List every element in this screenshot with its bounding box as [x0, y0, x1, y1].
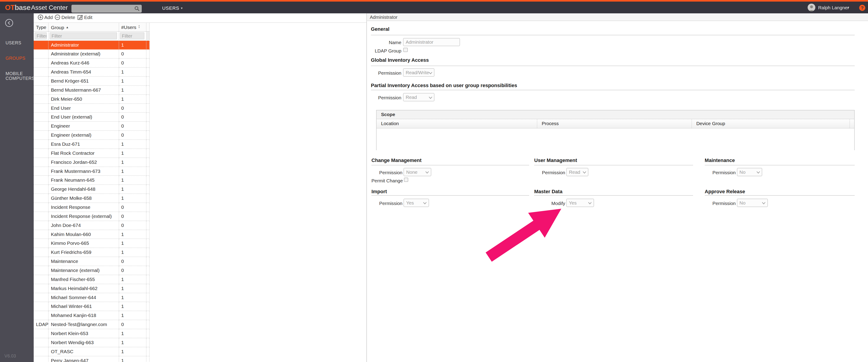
global-permission-label: Permission [367, 71, 401, 76]
type-filter-input[interactable] [35, 32, 47, 39]
group-filter-input[interactable] [50, 32, 117, 39]
import-permission-select[interactable]: Yes [403, 199, 429, 207]
users-filter-input[interactable] [120, 32, 145, 39]
collapse-sidebar-icon[interactable] [5, 19, 13, 27]
divider [371, 90, 855, 90]
user-permission-select[interactable]: Read [566, 168, 588, 176]
table-row[interactable]: Dirk Meier-650 1 [34, 95, 366, 104]
table-row[interactable]: Incident Response (external) 0 [34, 212, 366, 221]
column-header-users[interactable]: #Users▲▼ [119, 23, 147, 32]
add-button[interactable]: Add [38, 15, 53, 22]
table-row[interactable]: End User 0 [34, 104, 366, 113]
help-button[interactable]: ? [859, 5, 865, 11]
ldap-group-checkbox[interactable] [403, 48, 408, 52]
table-row[interactable]: OT_RASC 1 [34, 347, 366, 356]
table-row[interactable]: Perry Jansen-647 1 [34, 356, 366, 362]
approve-permission-select[interactable]: No [737, 199, 768, 207]
table-row[interactable]: Kahim Moulan-660 1 [34, 230, 366, 239]
table-row[interactable]: Bernd Mustermann-667 1 [34, 86, 366, 95]
sidebar-item[interactable]: USERS [0, 40, 31, 46]
table-row[interactable]: Andreas Timm-654 1 [34, 68, 366, 77]
table-row[interactable]: Francisco Jordan-652 1 [34, 158, 366, 167]
cell-users: 1 [119, 140, 147, 149]
table-row[interactable]: Günther Molke-658 1 [34, 194, 366, 203]
caret-down-icon: ▾ [181, 6, 183, 10]
cell-users: 0 [119, 59, 147, 68]
partial-permission-select[interactable]: Read [403, 93, 435, 101]
table-row[interactable]: Mohamed Kanjin-618 1 [34, 311, 366, 320]
table-row[interactable]: George Hendahl-648 1 [34, 185, 366, 194]
cell-group: Incident Response [49, 203, 119, 212]
table-row[interactable]: Michael Winter-661 1 [34, 302, 366, 311]
global-permission-select[interactable]: Read/Write [403, 68, 435, 77]
delete-button[interactable]: Delete [55, 15, 75, 22]
divider [371, 165, 529, 165]
cell-group: Norbert Wendig-663 [49, 338, 119, 347]
table-row[interactable]: Administrator (external) 0 [34, 50, 366, 59]
table-filter-row [34, 32, 150, 40]
cell-type [34, 329, 49, 338]
users-menu-button[interactable]: USERS▾ [162, 5, 183, 11]
column-header-type[interactable]: Type▲▼ [34, 23, 49, 32]
cell-users: 1 [119, 158, 147, 167]
permit-change-checkbox[interactable] [404, 177, 408, 182]
table-row[interactable]: Markus Heimdahl-662 1 [34, 284, 366, 293]
version-label: V6.03 [4, 354, 16, 359]
table-row[interactable]: Administrator 1 [34, 41, 366, 50]
chevron-down-icon [762, 202, 766, 204]
sidebar-item[interactable]: MOBILE COMPUTERS [0, 71, 31, 81]
cell-group: Flat Rock Contractor [49, 149, 119, 158]
table-row[interactable]: Norbert Wendig-663 1 [34, 338, 366, 347]
cell-group: Bernd Kröger-651 [49, 77, 119, 86]
cell-users: 1 [119, 356, 147, 362]
table-row[interactable]: Kimmo Porvo-665 1 [34, 239, 366, 248]
table-row[interactable]: Flat Rock Contractor 1 [34, 149, 366, 158]
cell-spacer [147, 122, 150, 131]
scope-column-location[interactable]: Location [377, 119, 537, 128]
cell-group: Incident Response (external) [49, 212, 119, 221]
cell-users: 1 [119, 149, 147, 158]
otbase-logo[interactable]: OTbase [5, 3, 30, 12]
table-row[interactable]: Andreas Kurz-646 0 [34, 59, 366, 68]
edit-button[interactable]: Edit [78, 15, 92, 22]
global-inventory-heading: Global Inventory Access [371, 57, 429, 63]
groups-toolbar: Add Delete Edit [34, 13, 366, 23]
table-row[interactable]: John Doe-674 0 [34, 221, 366, 230]
table-row[interactable]: Manfred Fischer-655 1 [34, 275, 366, 284]
table-header-row: Type▲▼ Group▲ #Users▲▼ [34, 23, 150, 32]
table-row[interactable]: LDAP Nested-Test@langner.com 0 [34, 320, 366, 329]
cell-spacer [147, 320, 150, 329]
sidebar-item[interactable]: GROUPS [0, 56, 31, 61]
table-row[interactable]: Engineer 0 [34, 122, 366, 131]
table-row[interactable]: Maintenance (external) 0 [34, 266, 366, 275]
cell-users: 1 [119, 194, 147, 203]
scope-column-process[interactable]: Process [537, 119, 692, 128]
cell-group: Andreas Timm-654 [49, 68, 119, 77]
table-row[interactable]: Engineer (external) 0 [34, 131, 366, 140]
table-row[interactable]: Michael Sommer-644 1 [34, 293, 366, 302]
name-field[interactable] [403, 38, 460, 46]
cell-spacer [147, 347, 150, 356]
table-row[interactable]: Kurt Friedrichs-659 1 [34, 248, 366, 257]
table-row[interactable]: Esra Duz-671 1 [34, 140, 366, 149]
table-row[interactable]: Maintenance 0 [34, 257, 366, 266]
cell-spacer [147, 140, 150, 149]
scope-column-device-group[interactable]: Device Group [692, 119, 850, 128]
cell-type [34, 293, 49, 302]
table-row[interactable]: Norbert Klein-653 1 [34, 329, 366, 338]
maintenance-permission-select[interactable]: No [737, 168, 763, 176]
table-row[interactable]: Frank Neumann-645 1 [34, 176, 366, 185]
table-row[interactable]: Bernd Kröger-651 1 [34, 77, 366, 86]
cell-type [34, 302, 49, 311]
cell-type [34, 176, 49, 185]
table-row[interactable]: End User (external) 0 [34, 113, 366, 122]
cell-users: 0 [119, 50, 147, 59]
cell-spacer [147, 95, 150, 104]
global-search-input[interactable] [71, 5, 142, 13]
table-row[interactable]: Incident Response 0 [34, 203, 366, 212]
cell-group: Michael Winter-661 [49, 302, 119, 311]
table-row[interactable]: Frank Mustermann-673 1 [34, 167, 366, 176]
change-permission-select[interactable]: None [403, 168, 431, 176]
maintenance-heading: Maintenance [705, 158, 735, 163]
column-header-group[interactable]: Group▲ [49, 23, 119, 32]
